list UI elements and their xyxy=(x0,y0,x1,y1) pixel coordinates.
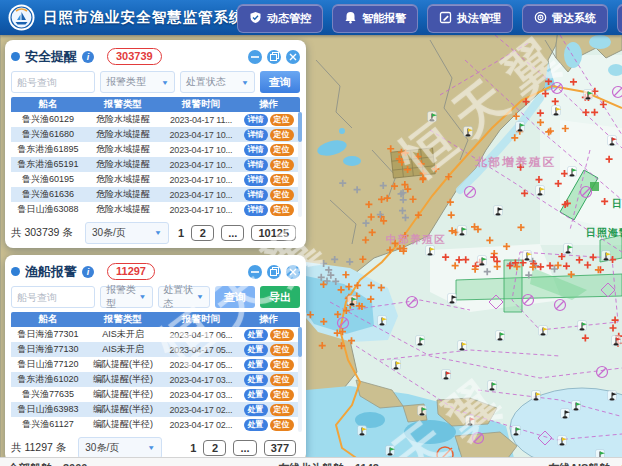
page-size-select[interactable]: 30条/页▼ xyxy=(78,437,162,459)
detail-button[interactable]: 详情 xyxy=(244,174,268,186)
ship-search-input[interactable] xyxy=(11,71,95,93)
table-row[interactable]: 鲁兴渔77635编队提醒(半径)2023-04-17 03...处置定位 xyxy=(11,387,300,402)
cell-alarm-time: 2023-04-17 06... xyxy=(161,330,241,340)
query-button[interactable]: 查询 xyxy=(260,71,300,93)
col-alarm-time: 报警时间 xyxy=(161,98,241,111)
table-row[interactable]: 鲁东港渔61895危险水域提醒2023-04-17 10...详情定位 xyxy=(11,142,300,157)
map-label-ri: 日 xyxy=(612,198,622,209)
handle-button[interactable]: 处置 xyxy=(244,389,268,401)
cell-ship-name: 鲁日山渔77120 xyxy=(11,358,85,371)
safety-reminder-panel: 安全提醒 i 303739 报警类型▼ 处置状态▼ 查询 船名 报警类型 报警时… xyxy=(5,40,306,248)
minimize-button[interactable] xyxy=(248,50,262,64)
locate-button[interactable]: 定位 xyxy=(270,144,294,156)
export-button[interactable]: 导出 xyxy=(260,286,300,308)
detail-button[interactable]: 详情 xyxy=(244,144,268,156)
chevron-down-icon: ▼ xyxy=(196,293,204,300)
locate-button[interactable]: 定位 xyxy=(270,129,294,141)
nav-menu: 动态管控智能报警执法管理雷达系统海岸监控 xyxy=(237,4,622,33)
handle-button[interactable]: 处置 xyxy=(244,404,268,416)
info-icon[interactable]: i xyxy=(82,266,94,278)
info-icon[interactable]: i xyxy=(82,51,94,63)
safety-table: 船名 报警类型 报警时间 操作 鲁兴渔60129危险水域提醒2023-04-17… xyxy=(11,97,300,217)
ship-search-input[interactable] xyxy=(11,286,95,308)
nav-item-radar[interactable]: 雷达系统 xyxy=(522,4,608,33)
locate-button[interactable]: 定位 xyxy=(270,204,294,216)
detail-button[interactable]: 详情 xyxy=(244,159,268,171)
table-row[interactable]: 鲁兴渔60195危险水域提醒2023-04-17 10...详情定位 xyxy=(11,172,300,187)
table-row[interactable]: 鲁日山渔77120编队提醒(半径)2023-04-17 05...处置定位 xyxy=(11,357,300,372)
cell-alarm-time: 2023-04-17 05... xyxy=(161,345,241,355)
cell-alarm-type: AIS未开启 xyxy=(85,328,161,341)
cell-alarm-type: 危险水域提醒 xyxy=(85,128,161,141)
locate-button[interactable]: 定位 xyxy=(270,404,294,416)
detail-button[interactable]: 详情 xyxy=(244,204,268,216)
page-button[interactable]: 2 xyxy=(191,225,214,241)
cell-actions: 处置定位 xyxy=(241,404,296,416)
table-scrollbar[interactable] xyxy=(298,327,302,432)
locate-button[interactable]: 定位 xyxy=(270,389,294,401)
handle-button[interactable]: 处置 xyxy=(244,374,268,386)
page-button[interactable]: 1 xyxy=(178,227,184,239)
table-row[interactable]: 鲁日山渔63983编队提醒(半径)2023-04-17 02...处置定位 xyxy=(11,402,300,417)
restore-button[interactable] xyxy=(267,265,281,279)
cell-ship-name: 鲁兴渔61127 xyxy=(11,418,85,431)
table-row[interactable]: 鲁兴渔61636危险水域提醒2023-04-17 10...详情定位 xyxy=(11,187,300,202)
cell-alarm-type: 编队提醒(半径) xyxy=(85,358,161,371)
nav-item-alarm-bell[interactable]: 智能报警 xyxy=(332,4,418,33)
bottom-status-bar: 全部船舶：3000在线北斗船舶：1142在线AIS船舶：1294 xyxy=(0,457,622,466)
page-button[interactable]: 10125 xyxy=(251,225,296,241)
alarm-type-select[interactable]: 报警类型▼ xyxy=(100,286,153,308)
close-icon[interactable] xyxy=(286,265,300,279)
handle-button[interactable]: 处置 xyxy=(244,419,268,431)
locate-button[interactable]: 定位 xyxy=(270,189,294,201)
page-button[interactable]: 377 xyxy=(264,440,296,456)
close-icon[interactable] xyxy=(286,50,300,64)
table-row[interactable]: 鲁兴渔61127编队提醒(半径)2023-04-17 02...处置定位 xyxy=(11,417,300,432)
handle-button[interactable]: 处置 xyxy=(244,329,268,341)
detail-button[interactable]: 详情 xyxy=(244,189,268,201)
cell-alarm-type: 危险水域提醒 xyxy=(85,158,161,171)
query-button[interactable]: 查询 xyxy=(215,286,255,308)
cell-alarm-type: 危险水域提醒 xyxy=(85,113,161,126)
table-row[interactable]: 鲁东港渔61020编队提醒(半径)2023-04-17 03...处置定位 xyxy=(11,372,300,387)
page-ellipsis[interactable]: ... xyxy=(221,225,244,241)
table-row[interactable]: 鲁日海渔77301AIS未开启2023-04-17 06...处置定位 xyxy=(11,327,300,342)
handle-button[interactable]: 处置 xyxy=(244,359,268,371)
col-alarm-type: 报警类型 xyxy=(85,313,161,326)
detail-button[interactable]: 详情 xyxy=(244,129,268,141)
table-row[interactable]: 鲁日山渔63088危险水域提醒2023-04-17 10...详情定位 xyxy=(11,202,300,217)
locate-button[interactable]: 定位 xyxy=(270,159,294,171)
cell-actions: 详情定位 xyxy=(241,174,296,186)
locate-button[interactable]: 定位 xyxy=(270,174,294,186)
page-button[interactable]: 2 xyxy=(203,440,226,456)
locate-button[interactable]: 定位 xyxy=(270,344,294,356)
cell-alarm-type: 编队提醒(半径) xyxy=(85,403,161,416)
nav-item-coast-monitor[interactable]: 海岸监控 xyxy=(617,4,622,33)
locate-button[interactable]: 定位 xyxy=(270,374,294,386)
locate-button[interactable]: 定位 xyxy=(270,114,294,126)
handle-status-select[interactable]: 处置状态▼ xyxy=(180,71,255,93)
panel-header: 渔船报警 i 11297 xyxy=(11,260,300,283)
table-row[interactable]: 鲁日海渔77130AIS未开启2023-04-17 05...处置定位 xyxy=(11,342,300,357)
table-row[interactable]: 鲁东港渔65191危险水域提醒2023-04-17 10...详情定位 xyxy=(11,157,300,172)
nav-item-law-edit[interactable]: 执法管理 xyxy=(427,4,513,33)
handle-button[interactable]: 处置 xyxy=(244,344,268,356)
top-navbar: 日照市渔业安全智慧监管系统 动态管控智能报警执法管理雷达系统海岸监控 xyxy=(0,0,622,35)
table-scrollbar[interactable] xyxy=(298,112,302,217)
locate-button[interactable]: 定位 xyxy=(270,329,294,341)
table-row[interactable]: 鲁兴渔60129危险水域提醒2023-04-17 11...详情定位 xyxy=(11,112,300,127)
locate-button[interactable]: 定位 xyxy=(270,359,294,371)
page-button[interactable]: 1 xyxy=(190,442,196,454)
locate-button[interactable]: 定位 xyxy=(270,419,294,431)
page-size-select[interactable]: 30条/页▼ xyxy=(85,222,169,244)
nav-item-shield-check[interactable]: 动态管控 xyxy=(237,4,323,33)
alarm-type-select[interactable]: 报警类型▼ xyxy=(100,71,175,93)
cell-alarm-type: 编队提醒(半径) xyxy=(85,373,161,386)
handle-status-select[interactable]: 处置状态▼ xyxy=(158,286,211,308)
radar-icon xyxy=(534,11,547,26)
minimize-button[interactable] xyxy=(248,265,262,279)
table-row[interactable]: 鲁兴渔61680危险水域提醒2023-04-17 10...详情定位 xyxy=(11,127,300,142)
restore-button[interactable] xyxy=(267,50,281,64)
page-ellipsis[interactable]: ... xyxy=(233,440,256,456)
detail-button[interactable]: 详情 xyxy=(244,114,268,126)
